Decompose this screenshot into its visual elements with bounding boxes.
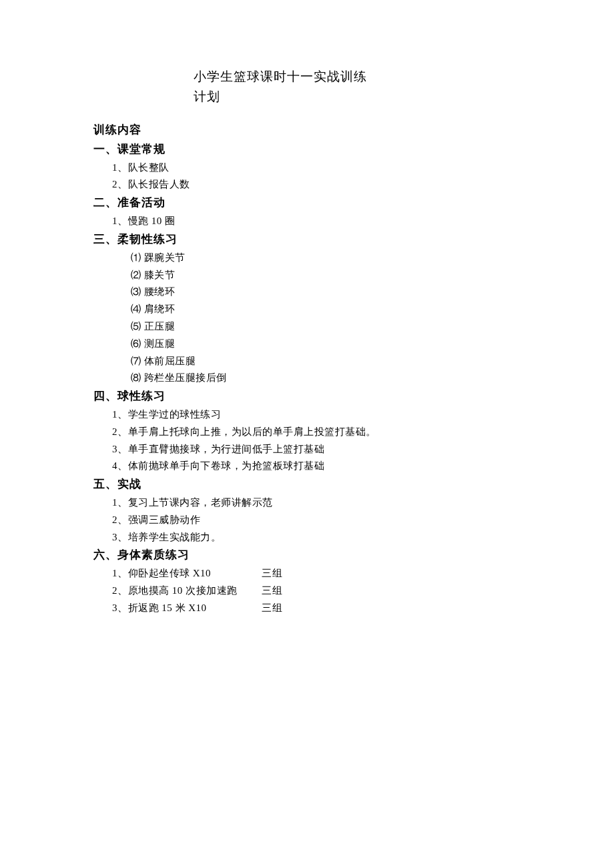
section-6-row: 1、仰卧起坐传球 X10 三组 <box>112 565 521 582</box>
section-6-row-label: 1、仰卧起坐传球 X10 <box>112 565 262 582</box>
document-title-line2: 计划 <box>194 87 521 107</box>
section-5-item: 3、培养学生实战能力。 <box>112 529 521 546</box>
section-6-row: 2、原地摸高 10 次接加速跑 三组 <box>112 582 521 600</box>
section-4-item: 2、单手肩上托球向上推，为以后的单手肩上投篮打基础。 <box>112 424 521 441</box>
section-5-item: 2、强调三威胁动作 <box>112 512 521 529</box>
section-5-item: 1、复习上节课内容，老师讲解示范 <box>112 494 521 512</box>
section-3-heading: 三、柔韧性练习 <box>93 230 521 250</box>
section-2-heading: 二、准备活动 <box>93 193 521 213</box>
section-6-row-value: 三组 <box>262 582 282 600</box>
document-title-line1: 小学生篮球课时十一实战训练 <box>194 67 521 87</box>
section-6-row-value: 三组 <box>262 600 282 617</box>
document-page: 小学生篮球课时十一实战训练 计划 训练内容 一、课堂常规 1、队长整队 2、队长… <box>0 0 614 617</box>
main-heading: 训练内容 <box>93 121 521 140</box>
section-4-item: 4、体前抛球单手向下卷球，为抢篮板球打基础 <box>112 458 521 475</box>
section-1-heading: 一、课堂常规 <box>93 140 521 159</box>
section-4-heading: 四、球性练习 <box>93 387 521 406</box>
section-5-heading: 五、实战 <box>93 475 521 494</box>
section-6-row-label: 3、折返跑 15 米 X10 <box>112 600 262 617</box>
section-6-row-value: 三组 <box>262 565 282 582</box>
section-6-row-label: 2、原地摸高 10 次接加速跑 <box>112 582 262 600</box>
section-3-subitem: ⑺ 体前屈压腿 <box>131 353 521 370</box>
section-4-item: 3、单手直臂抛接球，为行进间低手上篮打基础 <box>112 441 521 458</box>
section-4-item: 1、学生学过的球性练习 <box>112 406 521 424</box>
section-3-subitem: ⑵ 膝关节 <box>131 267 521 284</box>
section-1-item: 1、队长整队 <box>112 159 521 177</box>
section-2-item: 1、慢跑 10 圈 <box>112 213 521 230</box>
section-3-subitem: ⑹ 测压腿 <box>131 336 521 353</box>
section-3-subitem: ⑴ 踝腕关节 <box>131 250 521 267</box>
section-6-heading: 六、身体素质练习 <box>93 546 521 565</box>
section-3-subitem: ⑸ 正压腿 <box>131 318 521 336</box>
section-1-item: 2、队长报告人数 <box>112 176 521 193</box>
section-6-row: 3、折返跑 15 米 X10 三组 <box>112 600 521 617</box>
section-3-subitem: ⑷ 肩绕环 <box>131 301 521 318</box>
section-3-subitem: ⑶ 腰绕环 <box>131 284 521 301</box>
section-3-subitem: ⑻ 跨栏坐压腿接后倒 <box>131 370 521 387</box>
